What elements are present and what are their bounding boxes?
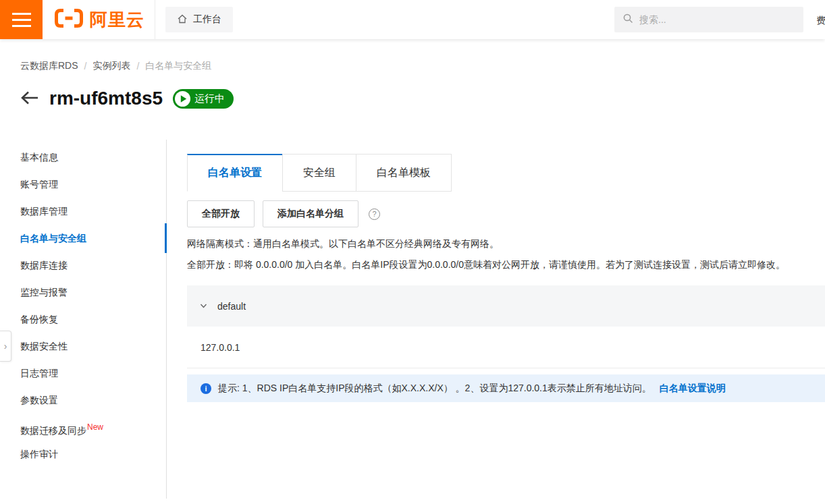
sidebar-item-data-migration-sync[interactable]: 数据迁移及同步New	[0, 414, 166, 441]
search-icon	[622, 13, 634, 27]
open-all-button[interactable]: 全部开放	[187, 200, 255, 227]
content-area: 基本信息 账号管理 数据库管理 白名单与安全组 数据库连接 监控与报警 备份恢复…	[0, 140, 825, 499]
sidebar-item-parameter-settings[interactable]: 参数设置	[0, 387, 166, 414]
whitelist-group-panel: default 127.0.0.1	[187, 285, 825, 368]
whitelist-group-name: default	[217, 301, 246, 312]
sidebar-item-monitoring-alarms[interactable]: 监控与报警	[0, 279, 166, 306]
info-icon: i	[201, 383, 211, 394]
page-header: rm-uf6mt8s5 运行中	[0, 72, 825, 109]
new-badge: New	[87, 422, 103, 432]
network-isolation-mode-text: 网络隔离模式：通用白名单模式。以下白名单不区分经典网络及专有网络。	[187, 238, 825, 250]
tab-bar: 白名单设置 安全组 白名单模板	[187, 154, 825, 192]
tab-security-group[interactable]: 安全组	[282, 154, 356, 192]
whitelist-ip-value: 127.0.0.1	[201, 342, 240, 353]
top-navigation-bar: 阿里云 工作台 费	[0, 0, 825, 39]
sidebar-item-whitelist-security-group[interactable]: 白名单与安全组	[0, 225, 166, 252]
help-icon[interactable]: ?	[369, 208, 380, 220]
breadcrumb-rds[interactable]: 云数据库RDS	[20, 60, 78, 72]
sidebar-item-database-management[interactable]: 数据库管理	[0, 198, 166, 225]
breadcrumb-separator: /	[84, 61, 87, 72]
open-all-warning-text: 全部开放：即将 0.0.0.0/0 加入白名单。白名单IP段设置为0.0.0.0…	[187, 259, 825, 271]
tab-whitelist-template[interactable]: 白名单模板	[356, 154, 452, 192]
sidebar-item-database-connection[interactable]: 数据库连接	[0, 252, 166, 279]
hamburger-icon	[12, 13, 31, 15]
sidebar-navigation: 基本信息 账号管理 数据库管理 白名单与安全组 数据库连接 监控与报警 备份恢复…	[0, 140, 167, 499]
add-whitelist-group-button[interactable]: 添加白名单分组	[263, 200, 358, 227]
sidebar-item-operation-audit[interactable]: 操作审计	[0, 441, 166, 468]
sidebar-expand-handle[interactable]: ›	[0, 331, 11, 362]
breadcrumb-current: 白名单与安全组	[145, 60, 211, 72]
breadcrumb: 云数据库RDS / 实例列表 / 白名单与安全组	[0, 39, 825, 72]
breadcrumb-instance-list[interactable]: 实例列表	[92, 60, 130, 72]
topbar-divider	[155, 0, 155, 39]
sidebar-item-data-security[interactable]: 数据安全性	[0, 333, 166, 360]
aliyun-logo-icon	[54, 8, 84, 31]
chevron-right-icon: ›	[4, 341, 7, 352]
status-badge: 运行中	[173, 89, 234, 109]
home-icon	[177, 13, 188, 26]
back-arrow-icon	[20, 90, 39, 107]
tab-whitelist-settings[interactable]: 白名单设置	[187, 154, 283, 192]
whitelist-group-header[interactable]: default	[187, 285, 825, 327]
aliyun-logo[interactable]: 阿里云	[54, 8, 144, 32]
play-circle-icon	[175, 91, 190, 107]
sidebar-item-log-management[interactable]: 日志管理	[0, 360, 166, 387]
aliyun-logo-text: 阿里云	[90, 8, 144, 32]
instance-name-title: rm-uf6mt8s5	[49, 88, 163, 109]
chevron-down-icon	[199, 302, 208, 310]
whitelist-settings-doc-link[interactable]: 白名单设置说明	[660, 383, 726, 395]
tip-bar: i 提示: 1、RDS IP白名单支持IP段的格式（如X.X.X.X/X） 。2…	[187, 374, 825, 402]
tip-text: 提示: 1、RDS IP白名单支持IP段的格式（如X.X.X.X/X） 。2、设…	[218, 383, 651, 395]
status-label: 运行中	[194, 92, 225, 105]
back-button[interactable]	[20, 90, 39, 107]
workbench-label: 工作台	[193, 13, 221, 26]
whitelist-toolbar: 全部开放 添加白名单分组 ?	[187, 200, 825, 227]
breadcrumb-separator: /	[136, 61, 139, 72]
sidebar-item-basic-info[interactable]: 基本信息	[0, 144, 166, 171]
sidebar-item-backup-restore[interactable]: 备份恢复	[0, 306, 166, 333]
workbench-button[interactable]: 工作台	[165, 7, 233, 32]
sidebar-item-account-management[interactable]: 账号管理	[0, 171, 166, 198]
search-input[interactable]	[639, 14, 788, 25]
rds-console-page: 阿里云 工作台 费 云数据库RDS / 实例列	[0, 0, 825, 504]
main-panel: 白名单设置 安全组 白名单模板 全部开放 添加白名单分组 ? 网络隔离模式：通用…	[167, 140, 825, 499]
hamburger-menu-button[interactable]	[0, 0, 43, 39]
topbar-menu-item-cutoff[interactable]: 费	[816, 15, 825, 27]
whitelist-ip-row: 127.0.0.1	[187, 327, 825, 368]
global-search-box[interactable]	[614, 7, 803, 32]
